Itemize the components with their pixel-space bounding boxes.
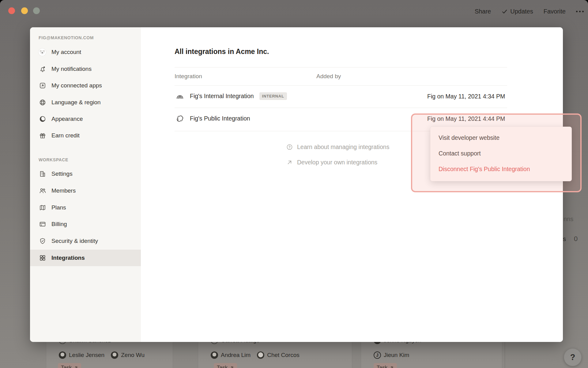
app-window: Share Updates Favorite <box>0 0 588 368</box>
learn-managing-integrations-link[interactable]: Learn about managing integrations <box>286 144 389 151</box>
sidebar-item-security-identity[interactable]: Security & identity <box>30 233 141 249</box>
integration-context-menu: Visit developer website Contact support … <box>430 127 572 181</box>
sidebar-item-label: Members <box>51 187 76 194</box>
help-button-label: ? <box>570 353 575 362</box>
hammer-icon <box>74 366 78 368</box>
koala-avatar-icon <box>39 48 47 56</box>
link-label: Develop your own integrations <box>297 159 377 166</box>
sidebar-item-earn-credit[interactable]: Earn credit <box>30 127 141 144</box>
titlebar-actions: Share Updates Favorite <box>475 0 584 23</box>
settings-modal: FIG@MAKENOTION.COM My account My notific… <box>30 27 563 342</box>
updates-button[interactable]: Updates <box>501 8 533 15</box>
titlebar: Share Updates Favorite <box>0 0 588 23</box>
hammer-icon <box>389 366 394 368</box>
sidebar-item-appearance[interactable]: Appearance <box>30 111 141 127</box>
column-header-added-by: Added by <box>316 73 341 80</box>
person-name: Chet Corcos <box>267 352 300 358</box>
sidebar-item-label: My account <box>51 49 81 56</box>
arrow-top-right-square-icon <box>39 82 47 90</box>
menu-item-contact-support[interactable]: Contact support <box>430 146 572 161</box>
people-icon <box>39 187 47 195</box>
divider <box>175 85 507 86</box>
divider <box>175 67 507 67</box>
develop-integrations-link[interactable]: Develop your own integrations <box>286 159 377 166</box>
avatar: J <box>374 351 381 359</box>
settings-sidebar: FIG@MAKENOTION.COM My account My notific… <box>30 27 141 342</box>
close-window-button[interactable] <box>8 7 15 14</box>
integration-name: Fig's Internal Integration <box>190 93 254 100</box>
integration-row: Fig's Internal Integration INTERNAL <box>175 92 287 101</box>
background-text-fragment: s <box>563 236 566 243</box>
moon-icon <box>39 115 47 123</box>
share-label: Share <box>475 8 491 15</box>
divider <box>175 108 507 108</box>
person-name: Zeno Wu <box>121 352 145 358</box>
sidebar-item-integrations[interactable]: Integrations <box>30 250 141 266</box>
help-button[interactable]: ? <box>564 348 582 366</box>
hammer-icon <box>229 366 234 368</box>
favorite-label: Favorite <box>544 8 566 15</box>
integrations-panel: All integrations in Acme Inc. Integratio… <box>141 27 563 342</box>
integration-name: Fig's Public Integration <box>190 115 250 122</box>
sidebar-item-settings[interactable]: Settings <box>30 166 141 182</box>
avatar <box>59 351 66 359</box>
shield-check-icon <box>39 237 47 245</box>
task-tag: Task <box>214 363 237 368</box>
internal-badge: INTERNAL <box>259 92 287 100</box>
account-email-heading: FIG@MAKENOTION.COM <box>39 35 94 40</box>
task-tag: Task <box>374 363 397 368</box>
person-name: Leslie Jensen <box>69 352 104 358</box>
sidebar-item-members[interactable]: Members <box>30 182 141 199</box>
added-by-value: Fig on May 11, 2021 4:34 PM <box>427 93 505 100</box>
grid-icon <box>39 254 47 262</box>
sidebar-item-my-account[interactable]: My account <box>30 44 141 60</box>
sidebar-item-my-connected-apps[interactable]: My connected apps <box>30 77 141 94</box>
minimize-window-button[interactable] <box>21 7 28 14</box>
bell-icon <box>39 65 47 73</box>
share-button[interactable]: Share <box>475 8 491 15</box>
added-by-value: Fig on May 11, 2021 4:44 PM <box>427 115 505 122</box>
avatar <box>211 351 218 359</box>
board-column-divider <box>505 342 505 368</box>
task-tag: Task <box>58 363 81 368</box>
sidebar-item-label: Security & identity <box>51 238 98 244</box>
board-person-row: Andrea Lim Chet Corcos <box>211 351 300 359</box>
scribble-doodle-icon <box>175 114 184 123</box>
board-person-row: Leslie Jensen Zeno Wu <box>59 351 145 359</box>
menu-item-visit-developer-website[interactable]: Visit developer website <box>430 130 572 146</box>
zoom-window-button[interactable] <box>33 7 40 14</box>
sidebar-item-label: Integrations <box>51 255 85 261</box>
column-header-integration: Integration <box>175 73 202 80</box>
menu-item-disconnect-integration[interactable]: Disconnect Fig's Public Integration <box>430 161 572 177</box>
sidebar-item-label: My connected apps <box>51 82 102 89</box>
avatar <box>257 351 264 359</box>
sidebar-item-plans[interactable]: Plans <box>30 199 141 216</box>
gift-icon <box>39 132 47 140</box>
help-circle-icon <box>286 144 293 151</box>
sidebar-item-label: Settings <box>51 171 73 177</box>
more-options-icon[interactable] <box>576 11 584 12</box>
page-title: All integrations in Acme Inc. <box>175 48 269 56</box>
check-icon <box>501 8 508 15</box>
task-tag-label: Task <box>217 365 228 368</box>
link-label: Learn about managing integrations <box>297 144 389 151</box>
sidebar-item-label: Appearance <box>51 116 83 122</box>
avatar <box>111 351 118 359</box>
person-name: Jieun Kim <box>384 352 409 358</box>
sidebar-item-billing[interactable]: Billing <box>30 216 141 232</box>
integration-row: Fig's Public Integration <box>175 114 250 123</box>
building-icon <box>39 170 47 178</box>
sidebar-item-my-notifications[interactable]: My notifications <box>30 61 141 77</box>
sidebar-item-language-region[interactable]: Language & region <box>30 94 141 111</box>
credit-card-icon <box>39 220 47 228</box>
background-count-fragment: 0 <box>574 235 578 243</box>
workspace-heading: WORKSPACE <box>39 157 68 162</box>
task-tag-label: Task <box>61 365 72 368</box>
updates-label: Updates <box>510 8 533 15</box>
board-person-row: J Jieun Kim <box>374 351 409 359</box>
map-icon <box>39 204 47 212</box>
task-tag-label: Task <box>377 365 387 368</box>
favorite-button[interactable]: Favorite <box>544 8 566 15</box>
arrow-up-right-icon <box>286 159 293 166</box>
globe-icon <box>39 98 47 106</box>
